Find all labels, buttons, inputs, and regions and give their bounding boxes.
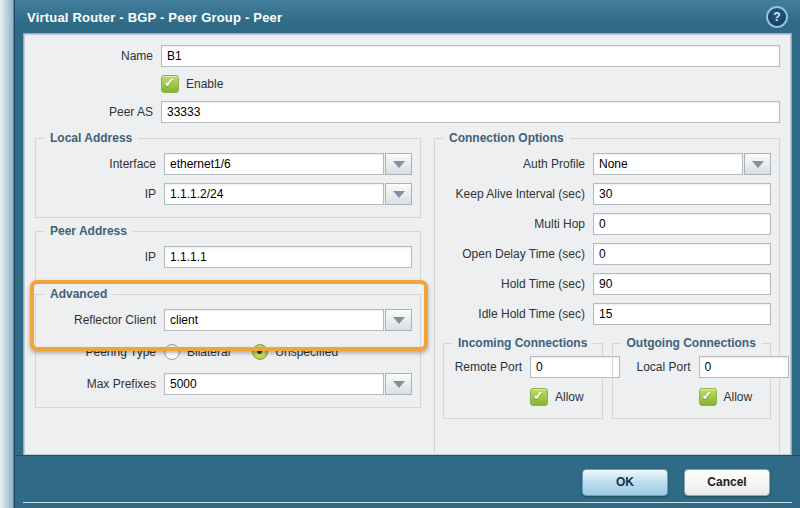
dialog-content: Name Enable Peer AS Local Address Interf… [24, 34, 791, 455]
local-ip-label: IP [44, 187, 164, 201]
enable-row: Enable [161, 75, 780, 93]
peering-type-bilateral-label: Bilateral [187, 345, 230, 359]
cancel-button[interactable]: Cancel [684, 469, 770, 496]
dialog-footer: OK Cancel [15, 455, 800, 508]
interface-dropdown [164, 153, 412, 175]
keep-alive-input[interactable] [593, 183, 771, 205]
local-port-row: Local Port [619, 356, 765, 378]
outgoing-connections-group: Outgoing Connections Local Port Allow [612, 343, 772, 419]
idle-hold-time-row: Idle Hold Time (sec) [443, 303, 771, 325]
bgp-peer-dialog: Virtual Router - BGP - Peer Group - Peer… [14, 0, 800, 508]
remote-port-label: Remote Port [450, 360, 530, 374]
peering-type-label: Peering Type [44, 345, 164, 359]
auth-profile-row: Auth Profile [443, 153, 771, 175]
incoming-connections-legend: Incoming Connections [452, 336, 593, 350]
chevron-down-icon [393, 317, 405, 324]
peer-address-group: Peer Address IP [35, 231, 421, 281]
remote-port-row: Remote Port [450, 356, 596, 378]
peer-as-label: Peer AS [35, 105, 161, 119]
outgoing-allow-row: Allow [699, 388, 765, 406]
hold-time-row: Hold Time (sec) [443, 273, 771, 295]
reflector-client-label: Reflector Client [44, 313, 164, 327]
peer-as-input[interactable] [161, 101, 780, 123]
peer-ip-label: IP [44, 250, 164, 264]
interface-label: Interface [44, 157, 164, 171]
idle-hold-time-input[interactable] [593, 303, 771, 325]
local-ip-dropdown [164, 183, 412, 205]
background-page-edge [0, 0, 14, 508]
open-delay-row: Open Delay Time (sec) [443, 243, 771, 265]
left-column: Local Address Interface IP [35, 138, 421, 485]
peering-type-unspecified-label: Unspecified [275, 345, 338, 359]
peering-type-bilateral-radio[interactable] [164, 344, 180, 360]
local-ip-row: IP [44, 183, 412, 205]
peering-type-unspecified-radio[interactable] [252, 344, 268, 360]
keep-alive-row: Keep Alive Interval (sec) [443, 183, 771, 205]
interface-dropdown-trigger[interactable] [385, 153, 412, 175]
peer-as-row: Peer AS [35, 101, 780, 123]
max-prefixes-dropdown-trigger[interactable] [385, 373, 412, 395]
interface-row: Interface [44, 153, 412, 175]
right-column: Connection Options Auth Profile Keep Ali… [434, 138, 780, 485]
local-address-group: Local Address Interface IP [35, 138, 421, 218]
outgoing-connections-legend: Outgoing Connections [621, 336, 762, 350]
auth-profile-dropdown-trigger[interactable] [744, 153, 771, 175]
remote-port-input[interactable] [530, 356, 620, 378]
max-prefixes-dropdown [164, 373, 412, 395]
max-prefixes-row: Max Prefixes [44, 373, 412, 395]
reflector-client-input[interactable] [164, 309, 384, 331]
reflector-client-dropdown [164, 309, 412, 331]
keep-alive-label: Keep Alive Interval (sec) [443, 187, 593, 201]
enable-label: Enable [186, 77, 223, 91]
peer-address-legend: Peer Address [44, 224, 133, 238]
outgoing-allow-label: Allow [724, 390, 753, 404]
local-port-input[interactable] [699, 356, 789, 378]
connection-options-legend: Connection Options [443, 131, 570, 145]
help-icon[interactable]: ? [766, 6, 788, 28]
max-prefixes-label: Max Prefixes [44, 377, 164, 391]
open-delay-label: Open Delay Time (sec) [443, 247, 593, 261]
multi-hop-row: Multi Hop [443, 213, 771, 235]
outgoing-allow-checkbox[interactable] [699, 388, 717, 406]
multi-hop-label: Multi Hop [443, 217, 593, 231]
incoming-allow-label: Allow [555, 390, 584, 404]
enable-checkbox[interactable] [161, 75, 179, 93]
hold-time-input[interactable] [593, 273, 771, 295]
open-delay-input[interactable] [593, 243, 771, 265]
reflector-client-row: Reflector Client [44, 309, 412, 331]
max-prefixes-input[interactable] [164, 373, 384, 395]
peering-type-row: Peering Type Bilateral Unspecified [44, 344, 412, 360]
local-address-legend: Local Address [44, 131, 138, 145]
auth-profile-input[interactable] [593, 153, 743, 175]
incoming-connections-group: Incoming Connections Remote Port Allow [443, 343, 603, 419]
general-section: Name Enable Peer AS [35, 45, 780, 123]
name-input[interactable] [161, 45, 780, 67]
multi-hop-input[interactable] [593, 213, 771, 235]
connection-options-group: Connection Options Auth Profile Keep Ali… [434, 138, 780, 472]
dialog-titlebar: Virtual Router - BGP - Peer Group - Peer… [15, 0, 800, 34]
advanced-wrap: Advanced Reflector Client Peering Type B [35, 294, 421, 408]
peer-ip-input[interactable] [164, 246, 412, 268]
local-port-label: Local Port [619, 360, 699, 374]
ok-button[interactable]: OK [582, 469, 668, 496]
auth-profile-label: Auth Profile [443, 157, 593, 171]
advanced-legend: Advanced [44, 287, 113, 301]
chevron-down-icon [393, 381, 405, 388]
dialog-title: Virtual Router - BGP - Peer Group - Peer [27, 10, 766, 25]
chevron-down-icon [393, 161, 405, 168]
incoming-allow-checkbox[interactable] [530, 388, 548, 406]
idle-hold-time-label: Idle Hold Time (sec) [443, 307, 593, 321]
advanced-group: Advanced Reflector Client Peering Type B [35, 294, 421, 408]
auth-profile-dropdown [593, 153, 771, 175]
hold-time-label: Hold Time (sec) [443, 277, 593, 291]
interface-input[interactable] [164, 153, 384, 175]
local-ip-input[interactable] [164, 183, 384, 205]
name-label: Name [35, 49, 161, 63]
local-ip-dropdown-trigger[interactable] [385, 183, 412, 205]
chevron-down-icon [752, 161, 764, 168]
incoming-allow-row: Allow [530, 388, 596, 406]
peer-ip-row: IP [44, 246, 412, 268]
chevron-down-icon [393, 191, 405, 198]
name-row: Name [35, 45, 780, 67]
reflector-client-dropdown-trigger[interactable] [385, 309, 412, 331]
